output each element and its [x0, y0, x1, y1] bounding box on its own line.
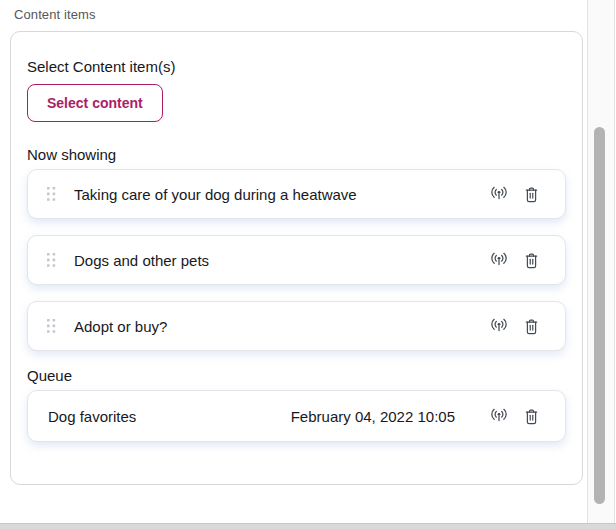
- queue-item-row: Dog favorites February 04, 2022 10:05: [27, 390, 566, 442]
- now-showing-label: Now showing: [27, 146, 566, 163]
- content-items-section-label: Content items: [14, 7, 96, 22]
- trash-icon[interactable]: [521, 406, 541, 426]
- content-items-panel: Select Content item(s) Select content No…: [10, 31, 583, 485]
- content-item-title: Dogs and other pets: [74, 252, 489, 269]
- content-item-row: Taking care of your dog during a heatwav…: [27, 169, 566, 219]
- content-item-row: Adopt or buy?: [27, 301, 566, 351]
- trash-icon[interactable]: [521, 184, 541, 204]
- content-item-title: Adopt or buy?: [74, 318, 489, 335]
- row-actions: [489, 406, 541, 426]
- row-actions: [489, 184, 541, 204]
- broadcast-icon[interactable]: [489, 406, 509, 426]
- queue-item-title: Dog favorites: [48, 408, 291, 425]
- broadcast-icon[interactable]: [489, 316, 509, 336]
- broadcast-icon[interactable]: [489, 250, 509, 270]
- drag-handle-icon[interactable]: [47, 253, 56, 267]
- queue-label: Queue: [27, 367, 566, 384]
- content-item-row: Dogs and other pets: [27, 235, 566, 285]
- vertical-scrollbar[interactable]: [587, 0, 615, 523]
- trash-icon[interactable]: [521, 316, 541, 336]
- row-actions: [489, 316, 541, 336]
- drag-handle-icon[interactable]: [47, 319, 56, 333]
- queue-list: Dog favorites February 04, 2022 10:05: [27, 390, 566, 442]
- now-showing-list: Taking care of your dog during a heatwav…: [27, 169, 566, 351]
- select-content-label: Select Content item(s): [27, 58, 566, 75]
- queue-item-datetime: February 04, 2022 10:05: [291, 408, 455, 425]
- row-actions: [489, 250, 541, 270]
- scrollbar-thumb[interactable]: [594, 127, 605, 504]
- window-bottom-edge: [0, 523, 616, 529]
- content-item-title: Taking care of your dog during a heatwav…: [74, 186, 489, 203]
- trash-icon[interactable]: [521, 250, 541, 270]
- select-content-button[interactable]: Select content: [27, 84, 163, 122]
- content-items-screen: Content items Select Content item(s) Sel…: [0, 0, 616, 529]
- drag-handle-icon[interactable]: [47, 187, 56, 201]
- broadcast-icon[interactable]: [489, 184, 509, 204]
